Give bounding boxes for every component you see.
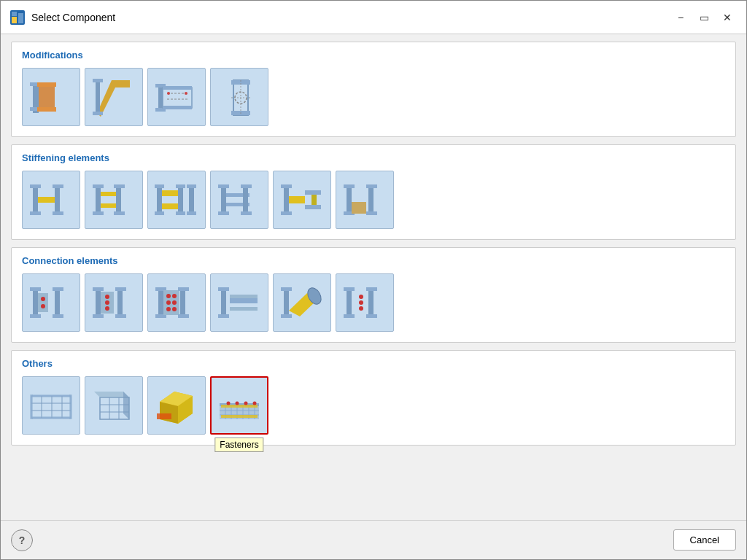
svg-rect-110 (221, 289, 226, 316)
svg-rect-44 (114, 211, 125, 215)
svg-rect-54 (187, 184, 196, 188)
svg-rect-47 (155, 211, 164, 215)
component-stiff4[interactable] (210, 171, 268, 229)
svg-rect-53 (189, 186, 194, 214)
svg-point-109 (172, 307, 177, 311)
svg-point-165 (236, 402, 239, 405)
others-icons: Fasteners (22, 376, 725, 435)
svg-rect-76 (366, 211, 377, 215)
svg-rect-136 (31, 394, 71, 397)
component-oth2[interactable] (85, 376, 143, 435)
svg-rect-30 (33, 186, 38, 214)
svg-rect-13 (93, 112, 103, 115)
component-oth1[interactable] (22, 376, 80, 435)
component-stiff1[interactable] (22, 171, 80, 229)
svg-rect-71 (347, 186, 352, 214)
close-button[interactable]: ✕ (717, 9, 738, 26)
svg-rect-52 (176, 211, 185, 215)
svg-rect-78 (33, 289, 38, 316)
others-section: Others (11, 350, 736, 446)
svg-rect-65 (281, 184, 292, 188)
svg-rect-111 (218, 287, 229, 291)
svg-point-85 (41, 297, 45, 301)
svg-rect-38 (93, 184, 104, 188)
stiffening-section: Stiffening elements (11, 144, 736, 240)
component-stiff6[interactable] (336, 171, 394, 229)
svg-point-105 (172, 294, 177, 298)
connection-icons (22, 273, 725, 332)
svg-rect-7 (39, 86, 55, 108)
svg-rect-126 (366, 314, 377, 318)
fasteners-tooltip: Fasteners (214, 438, 263, 452)
component-mod3[interactable] (147, 68, 206, 126)
svg-rect-37 (96, 186, 101, 214)
svg-point-94 (105, 295, 109, 299)
svg-point-104 (166, 294, 171, 298)
modifications-icons (22, 68, 725, 126)
svg-point-108 (166, 307, 171, 311)
svg-rect-12 (93, 79, 103, 82)
connection-section: Connection elements (11, 247, 736, 343)
svg-rect-68 (305, 190, 321, 195)
svg-rect-81 (38, 293, 48, 312)
component-conn4[interactable] (210, 273, 268, 332)
svg-rect-56 (221, 186, 226, 214)
svg-rect-137 (31, 416, 71, 419)
component-stiff2[interactable] (85, 171, 143, 229)
component-conn2[interactable] (85, 273, 143, 332)
svg-rect-32 (30, 211, 41, 215)
svg-rect-11 (96, 80, 100, 114)
svg-rect-17 (163, 88, 192, 108)
component-conn5[interactable] (273, 273, 331, 332)
svg-rect-66 (281, 211, 292, 215)
svg-rect-87 (96, 289, 101, 316)
svg-rect-43 (114, 184, 125, 188)
svg-rect-117 (281, 287, 292, 291)
svg-point-164 (227, 402, 231, 405)
svg-rect-63 (241, 211, 252, 215)
component-conn6[interactable] (336, 273, 394, 332)
svg-rect-102 (178, 287, 189, 291)
component-mod1[interactable] (22, 68, 80, 126)
svg-point-129 (359, 306, 363, 311)
svg-rect-50 (178, 186, 183, 214)
maximize-button[interactable]: ▭ (694, 9, 714, 26)
svg-rect-92 (115, 287, 126, 291)
component-mod4[interactable] (210, 68, 268, 126)
svg-rect-46 (155, 184, 164, 188)
svg-rect-80 (30, 314, 41, 318)
others-title: Others (22, 358, 725, 369)
svg-rect-97 (158, 289, 163, 316)
component-mod2[interactable] (85, 68, 143, 126)
svg-rect-74 (368, 186, 374, 214)
cancel-button[interactable]: Cancel (673, 529, 736, 551)
component-conn1[interactable] (22, 273, 80, 332)
bottom-bar: ? Cancel (1, 520, 746, 559)
svg-rect-2 (18, 13, 23, 23)
svg-point-128 (359, 300, 363, 305)
svg-point-166 (244, 402, 248, 405)
component-oth4-fasteners[interactable]: Fasteners (210, 376, 268, 435)
help-button[interactable]: ? (11, 529, 33, 551)
svg-point-107 (172, 300, 177, 305)
svg-rect-115 (230, 307, 258, 311)
connection-title: Connection elements (22, 255, 725, 266)
svg-rect-113 (230, 298, 258, 303)
svg-rect-69 (305, 205, 321, 209)
svg-point-106 (166, 300, 171, 305)
minimize-button[interactable]: − (670, 9, 691, 26)
svg-rect-82 (55, 289, 60, 316)
component-stiff3[interactable] (147, 171, 206, 229)
svg-rect-75 (366, 184, 377, 188)
component-conn3[interactable] (147, 273, 206, 332)
svg-rect-130 (31, 396, 71, 418)
svg-point-127 (359, 295, 363, 299)
content-area: Modifications (1, 34, 746, 520)
component-oth3[interactable] (147, 376, 206, 435)
svg-rect-124 (368, 289, 374, 316)
window-controls: − ▭ ✕ (670, 9, 738, 26)
svg-rect-84 (53, 314, 63, 318)
svg-rect-163 (221, 415, 258, 418)
component-stiff5[interactable] (273, 171, 331, 229)
svg-rect-57 (218, 184, 229, 188)
